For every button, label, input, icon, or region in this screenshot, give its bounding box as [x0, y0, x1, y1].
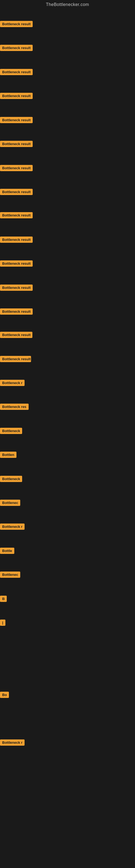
- bottleneck-result-badge: Bottleneck result: [0, 356, 31, 362]
- bottleneck-result-badge: Bottleneck result: [0, 69, 33, 75]
- list-item: Bottleneck: [0, 476, 22, 483]
- bottleneck-result-badge: Bottleneck result: [0, 117, 33, 123]
- bottleneck-result-badge: Bottleneck: [0, 476, 22, 482]
- list-item: Bottleneck result: [0, 93, 33, 100]
- bottleneck-result-badge: Bottleneck r: [0, 380, 25, 386]
- list-item: Bottleneck result: [0, 308, 33, 316]
- site-title: TheBottlenecker.com: [0, 0, 135, 8]
- bottleneck-result-badge: Bottlenec: [0, 571, 20, 578]
- bottleneck-result-badge: Bottleneck result: [0, 237, 33, 243]
- list-item: Bottle: [0, 548, 14, 555]
- bottleneck-result-badge: Bottle: [0, 548, 14, 554]
- list-item: Bottleneck result: [0, 165, 33, 172]
- list-item: Bottleneck result: [0, 260, 33, 268]
- list-item: Bottleneck result: [0, 284, 33, 292]
- bottleneck-result-badge: Bottleneck r: [0, 739, 25, 746]
- list-item: Bottleneck result: [0, 332, 32, 339]
- list-item: Bo: [0, 692, 9, 699]
- bottleneck-result-badge: Bottleneck result: [0, 21, 33, 27]
- bottleneck-result-badge: Bo: [0, 692, 9, 698]
- list-item: Bottleneck r: [0, 380, 25, 387]
- bottleneck-result-badge: Bottleneck result: [0, 308, 33, 315]
- bottleneck-result-badge: Bottleneck: [0, 428, 22, 434]
- list-item: |: [0, 620, 5, 627]
- list-item: Bottleneck result: [0, 237, 33, 244]
- list-item: Bottleneck result: [0, 117, 33, 124]
- list-item: Bottleneck result: [0, 141, 33, 148]
- list-item: Bottleneck result: [0, 69, 33, 76]
- list-item: Bottleneck res: [0, 404, 29, 411]
- bottleneck-result-badge: Bottleneck result: [0, 93, 33, 99]
- list-item: Bottlenec: [0, 500, 20, 507]
- list-item: Bottleneck r: [0, 524, 25, 531]
- list-item: Bottlenec: [0, 571, 20, 579]
- bottleneck-result-badge: Bottleneck result: [0, 165, 33, 171]
- list-item: Bottleneck result: [0, 45, 33, 52]
- bottleneck-result-badge: Bottlen: [0, 452, 16, 458]
- list-item: Bottleneck result: [0, 212, 33, 219]
- bottleneck-result-badge: Bottleneck result: [0, 212, 33, 218]
- bottleneck-result-badge: B: [0, 596, 7, 602]
- bottleneck-result-badge: Bottleneck result: [0, 45, 33, 51]
- list-item: Bottleneck result: [0, 356, 31, 363]
- bottleneck-result-badge: Bottleneck result: [0, 189, 33, 195]
- bottleneck-result-badge: Bottleneck result: [0, 332, 32, 338]
- list-item: B: [0, 596, 7, 603]
- list-item: Bottleneck result: [0, 189, 33, 196]
- bottleneck-result-badge: |: [0, 620, 5, 626]
- bottleneck-result-badge: Bottleneck r: [0, 524, 25, 530]
- bottleneck-result-badge: Bottleneck result: [0, 284, 33, 291]
- bottleneck-result-badge: Bottleneck result: [0, 260, 33, 267]
- list-item: Bottleneck r: [0, 739, 25, 747]
- list-item: Bottleneck result: [0, 21, 33, 28]
- list-item: Bottleneck: [0, 428, 22, 435]
- bottleneck-result-badge: Bottleneck res: [0, 404, 29, 410]
- bottleneck-result-badge: Bottleneck result: [0, 141, 33, 147]
- bottleneck-result-badge: Bottlenec: [0, 500, 20, 506]
- list-item: Bottlen: [0, 452, 16, 459]
